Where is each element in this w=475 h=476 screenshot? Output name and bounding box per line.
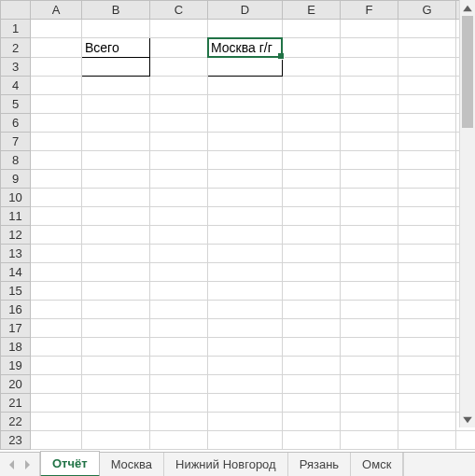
cell-B18[interactable] xyxy=(82,338,150,357)
cell-D4[interactable] xyxy=(208,77,283,95)
cell-C3[interactable] xyxy=(150,58,208,77)
cell-A9[interactable] xyxy=(31,170,82,189)
scroll-up-button[interactable] xyxy=(460,0,475,16)
cell-E7[interactable] xyxy=(283,133,341,151)
cell-E18[interactable] xyxy=(283,338,341,357)
column-header-F[interactable]: F xyxy=(341,1,398,20)
cell-D5[interactable] xyxy=(208,95,283,114)
cell-E15[interactable] xyxy=(283,282,341,301)
cell-A18[interactable] xyxy=(31,338,82,357)
cell-G4[interactable] xyxy=(398,77,456,95)
cell-F23[interactable] xyxy=(341,431,398,450)
select-all-corner[interactable] xyxy=(1,1,31,20)
cell-B22[interactable] xyxy=(82,413,150,431)
cell-A2[interactable] xyxy=(31,38,82,58)
cell-A11[interactable] xyxy=(31,207,82,226)
row-header-7[interactable]: 7 xyxy=(1,133,31,151)
cell-A13[interactable] xyxy=(31,245,82,263)
sheet-tab-1[interactable]: Москва xyxy=(100,453,164,476)
cell-G7[interactable] xyxy=(398,133,456,151)
cell-B9[interactable] xyxy=(82,170,150,189)
tab-nav-prev-icon[interactable] xyxy=(6,456,19,473)
cell-F14[interactable] xyxy=(341,263,398,282)
cell-G16[interactable] xyxy=(398,301,456,319)
row-header-21[interactable]: 21 xyxy=(1,394,31,413)
cell-A22[interactable] xyxy=(31,413,82,431)
cell-D22[interactable] xyxy=(208,413,283,431)
cell-A20[interactable] xyxy=(31,375,82,394)
cell-G12[interactable] xyxy=(398,226,456,245)
cell-D18[interactable] xyxy=(208,338,283,357)
row-header-8[interactable]: 8 xyxy=(1,151,31,170)
column-header-B[interactable]: B xyxy=(82,1,150,20)
cell-F12[interactable] xyxy=(341,226,398,245)
cell-G3[interactable] xyxy=(398,58,456,77)
cell-B11[interactable] xyxy=(82,207,150,226)
cell-D7[interactable] xyxy=(208,133,283,151)
row-header-16[interactable]: 16 xyxy=(1,301,31,319)
column-header-G[interactable]: G xyxy=(398,1,456,20)
tab-nav-next-icon[interactable] xyxy=(21,456,34,473)
cell-C8[interactable] xyxy=(150,151,208,170)
cell-C19[interactable] xyxy=(150,357,208,375)
cell-D23[interactable] xyxy=(208,431,283,450)
cell-B2[interactable]: Всего xyxy=(82,38,150,58)
cell-F19[interactable] xyxy=(341,357,398,375)
cell-G17[interactable] xyxy=(398,319,456,338)
row-header-14[interactable]: 14 xyxy=(1,263,31,282)
cell-C5[interactable] xyxy=(150,95,208,114)
cell-C6[interactable] xyxy=(150,114,208,133)
cell-F15[interactable] xyxy=(341,282,398,301)
cell-F16[interactable] xyxy=(341,301,398,319)
cell-A6[interactable] xyxy=(31,114,82,133)
cell-B5[interactable] xyxy=(82,95,150,114)
cell-A23[interactable] xyxy=(31,431,82,450)
cell-G2[interactable] xyxy=(398,38,456,58)
cell-D17[interactable] xyxy=(208,319,283,338)
row-header-6[interactable]: 6 xyxy=(1,114,31,133)
cell-A10[interactable] xyxy=(31,189,82,207)
cell-A21[interactable] xyxy=(31,394,82,413)
cell-F10[interactable] xyxy=(341,189,398,207)
cell-A15[interactable] xyxy=(31,282,82,301)
cell-D13[interactable] xyxy=(208,245,283,263)
cell-E13[interactable] xyxy=(283,245,341,263)
scroll-down-button[interactable] xyxy=(460,412,475,427)
cell-F9[interactable] xyxy=(341,170,398,189)
cell-G18[interactable] xyxy=(398,338,456,357)
cell-C10[interactable] xyxy=(150,189,208,207)
cell-G19[interactable] xyxy=(398,357,456,375)
cell-G11[interactable] xyxy=(398,207,456,226)
cell-E11[interactable] xyxy=(283,207,341,226)
cell-H23[interactable] xyxy=(456,431,476,450)
sheet-tab-4[interactable]: Омск xyxy=(351,453,403,476)
cell-B4[interactable] xyxy=(82,77,150,95)
cell-A8[interactable] xyxy=(31,151,82,170)
cell-D12[interactable] xyxy=(208,226,283,245)
cell-E8[interactable] xyxy=(283,151,341,170)
cell-F17[interactable] xyxy=(341,319,398,338)
cell-F18[interactable] xyxy=(341,338,398,357)
scrollbar-thumb[interactable] xyxy=(462,16,473,128)
cell-E21[interactable] xyxy=(283,394,341,413)
cell-B23[interactable] xyxy=(82,431,150,450)
cell-E22[interactable] xyxy=(283,413,341,431)
row-header-3[interactable]: 3 xyxy=(1,58,31,77)
sheet-tab-3[interactable]: Рязань xyxy=(288,453,351,476)
row-header-18[interactable]: 18 xyxy=(1,338,31,357)
cell-B13[interactable] xyxy=(82,245,150,263)
cell-E6[interactable] xyxy=(283,114,341,133)
cell-E14[interactable] xyxy=(283,263,341,282)
row-header-17[interactable]: 17 xyxy=(1,319,31,338)
cell-E10[interactable] xyxy=(283,189,341,207)
cell-B10[interactable] xyxy=(82,189,150,207)
row-header-1[interactable]: 1 xyxy=(1,20,31,38)
cell-E5[interactable] xyxy=(283,95,341,114)
cell-G23[interactable] xyxy=(398,431,456,450)
cell-E19[interactable] xyxy=(283,357,341,375)
cell-E9[interactable] xyxy=(283,170,341,189)
cell-A17[interactable] xyxy=(31,319,82,338)
cell-C9[interactable] xyxy=(150,170,208,189)
cell-F21[interactable] xyxy=(341,394,398,413)
cell-G1[interactable] xyxy=(398,20,456,38)
